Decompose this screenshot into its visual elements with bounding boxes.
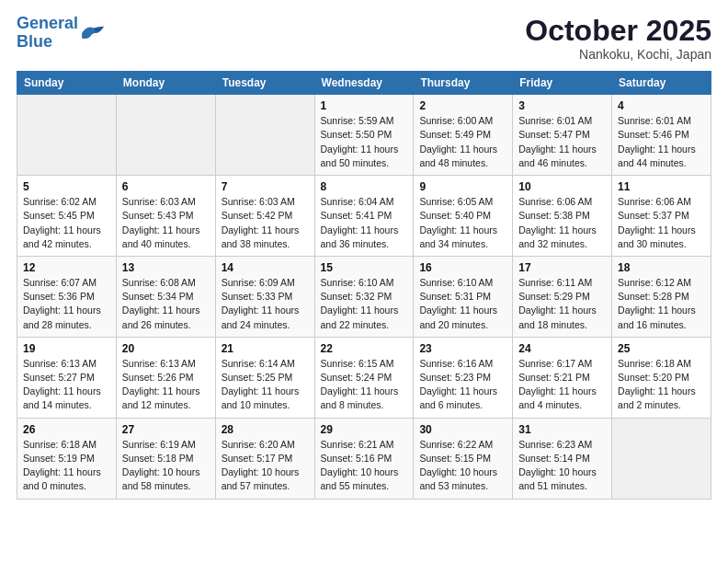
day-info: Sunrise: 6:18 AM Sunset: 5:20 PM Dayligh… — [618, 357, 705, 413]
logo-text: GeneralBlue — [17, 15, 78, 52]
day-cell: 3Sunrise: 6:01 AM Sunset: 5:47 PM Daylig… — [513, 95, 612, 176]
day-info: Sunrise: 6:10 AM Sunset: 5:31 PM Dayligh… — [419, 276, 506, 332]
day-info: Sunrise: 6:05 AM Sunset: 5:40 PM Dayligh… — [419, 195, 506, 251]
day-number: 21 — [222, 342, 309, 355]
day-cell — [612, 418, 711, 499]
day-number: 13 — [122, 261, 210, 274]
day-info: Sunrise: 6:03 AM Sunset: 5:42 PM Dayligh… — [222, 195, 309, 251]
day-cell: 22Sunrise: 6:15 AM Sunset: 5:24 PM Dayli… — [314, 337, 414, 418]
day-info: Sunrise: 6:12 AM Sunset: 5:28 PM Dayligh… — [618, 276, 705, 332]
day-number: 12 — [23, 261, 110, 274]
day-cell: 1Sunrise: 5:59 AM Sunset: 5:50 PM Daylig… — [314, 95, 414, 176]
day-number: 15 — [321, 261, 408, 274]
day-info: Sunrise: 6:14 AM Sunset: 5:25 PM Dayligh… — [222, 357, 309, 413]
day-cell: 16Sunrise: 6:10 AM Sunset: 5:31 PM Dayli… — [414, 256, 513, 337]
day-cell: 13Sunrise: 6:08 AM Sunset: 5:34 PM Dayli… — [116, 256, 215, 337]
logo-bird-icon — [80, 23, 106, 43]
weekday-header-monday: Monday — [116, 72, 215, 95]
day-info: Sunrise: 6:08 AM Sunset: 5:34 PM Dayligh… — [122, 276, 210, 332]
day-cell: 2Sunrise: 6:00 AM Sunset: 5:49 PM Daylig… — [414, 95, 513, 176]
day-number: 14 — [222, 261, 309, 274]
day-info: Sunrise: 6:13 AM Sunset: 5:27 PM Dayligh… — [23, 357, 110, 413]
day-number: 5 — [23, 180, 110, 193]
day-cell: 14Sunrise: 6:09 AM Sunset: 5:33 PM Dayli… — [215, 256, 314, 337]
day-cell: 31Sunrise: 6:23 AM Sunset: 5:14 PM Dayli… — [513, 418, 612, 499]
day-number: 22 — [321, 342, 408, 355]
day-cell: 28Sunrise: 6:20 AM Sunset: 5:17 PM Dayli… — [215, 418, 314, 499]
day-cell: 21Sunrise: 6:14 AM Sunset: 5:25 PM Dayli… — [215, 337, 314, 418]
day-info: Sunrise: 6:22 AM Sunset: 5:15 PM Dayligh… — [419, 438, 506, 494]
day-cell: 30Sunrise: 6:22 AM Sunset: 5:15 PM Dayli… — [414, 418, 513, 499]
day-cell — [17, 95, 117, 176]
weekday-header-row: SundayMondayTuesdayWednesdayThursdayFrid… — [17, 72, 711, 95]
week-row-1: 1Sunrise: 5:59 AM Sunset: 5:50 PM Daylig… — [17, 95, 711, 176]
day-number: 18 — [618, 261, 705, 274]
day-number: 30 — [419, 423, 506, 436]
day-number: 25 — [618, 342, 705, 355]
day-info: Sunrise: 6:01 AM Sunset: 5:46 PM Dayligh… — [618, 114, 705, 170]
day-number: 1 — [321, 99, 408, 112]
day-info: Sunrise: 6:15 AM Sunset: 5:24 PM Dayligh… — [321, 357, 408, 413]
day-cell — [215, 95, 314, 176]
day-number: 10 — [518, 180, 606, 193]
day-number: 16 — [419, 261, 506, 274]
day-cell: 27Sunrise: 6:19 AM Sunset: 5:18 PM Dayli… — [116, 418, 215, 499]
day-cell: 6Sunrise: 6:03 AM Sunset: 5:43 PM Daylig… — [116, 176, 215, 257]
day-number: 11 — [618, 180, 705, 193]
week-row-3: 12Sunrise: 6:07 AM Sunset: 5:36 PM Dayli… — [17, 256, 711, 337]
weekday-header-tuesday: Tuesday — [215, 72, 314, 95]
day-info: Sunrise: 6:18 AM Sunset: 5:19 PM Dayligh… — [23, 438, 110, 494]
day-number: 7 — [222, 180, 309, 193]
day-cell: 24Sunrise: 6:17 AM Sunset: 5:21 PM Dayli… — [513, 337, 612, 418]
day-info: Sunrise: 5:59 AM Sunset: 5:50 PM Dayligh… — [321, 114, 408, 170]
weekday-header-wednesday: Wednesday — [314, 72, 414, 95]
day-info: Sunrise: 6:13 AM Sunset: 5:26 PM Dayligh… — [122, 357, 210, 413]
day-cell: 10Sunrise: 6:06 AM Sunset: 5:38 PM Dayli… — [513, 176, 612, 257]
day-cell: 12Sunrise: 6:07 AM Sunset: 5:36 PM Dayli… — [17, 256, 117, 337]
day-number: 4 — [618, 99, 705, 112]
day-number: 8 — [321, 180, 408, 193]
day-cell: 23Sunrise: 6:16 AM Sunset: 5:23 PM Dayli… — [414, 337, 513, 418]
calendar-table: SundayMondayTuesdayWednesdayThursdayFrid… — [17, 71, 711, 499]
calendar-subtitle: Nankoku, Kochi, Japan — [525, 47, 711, 62]
day-info: Sunrise: 6:23 AM Sunset: 5:14 PM Dayligh… — [518, 438, 606, 494]
week-row-2: 5Sunrise: 6:02 AM Sunset: 5:45 PM Daylig… — [17, 176, 711, 257]
day-cell: 15Sunrise: 6:10 AM Sunset: 5:32 PM Dayli… — [314, 256, 414, 337]
day-info: Sunrise: 6:01 AM Sunset: 5:47 PM Dayligh… — [518, 114, 606, 170]
day-info: Sunrise: 6:04 AM Sunset: 5:41 PM Dayligh… — [321, 195, 408, 251]
header: GeneralBlue October 2025 Nankoku, Kochi,… — [17, 15, 711, 62]
day-cell: 8Sunrise: 6:04 AM Sunset: 5:41 PM Daylig… — [314, 176, 414, 257]
day-number: 28 — [222, 423, 309, 436]
day-number: 19 — [23, 342, 110, 355]
title-block: October 2025 Nankoku, Kochi, Japan — [525, 15, 711, 62]
day-number: 26 — [23, 423, 110, 436]
day-number: 9 — [419, 180, 506, 193]
week-row-4: 19Sunrise: 6:13 AM Sunset: 5:27 PM Dayli… — [17, 337, 711, 418]
day-cell: 25Sunrise: 6:18 AM Sunset: 5:20 PM Dayli… — [612, 337, 711, 418]
day-cell — [116, 95, 215, 176]
weekday-header-sunday: Sunday — [17, 72, 117, 95]
weekday-header-friday: Friday — [513, 72, 612, 95]
day-info: Sunrise: 6:21 AM Sunset: 5:16 PM Dayligh… — [321, 438, 408, 494]
day-cell: 7Sunrise: 6:03 AM Sunset: 5:42 PM Daylig… — [215, 176, 314, 257]
day-cell: 29Sunrise: 6:21 AM Sunset: 5:16 PM Dayli… — [314, 418, 414, 499]
day-cell: 9Sunrise: 6:05 AM Sunset: 5:40 PM Daylig… — [414, 176, 513, 257]
day-cell: 18Sunrise: 6:12 AM Sunset: 5:28 PM Dayli… — [612, 256, 711, 337]
day-info: Sunrise: 6:10 AM Sunset: 5:32 PM Dayligh… — [321, 276, 408, 332]
day-cell: 17Sunrise: 6:11 AM Sunset: 5:29 PM Dayli… — [513, 256, 612, 337]
weekday-header-saturday: Saturday — [612, 72, 711, 95]
day-number: 17 — [518, 261, 606, 274]
day-info: Sunrise: 6:11 AM Sunset: 5:29 PM Dayligh… — [518, 276, 606, 332]
day-info: Sunrise: 6:00 AM Sunset: 5:49 PM Dayligh… — [419, 114, 506, 170]
day-cell: 26Sunrise: 6:18 AM Sunset: 5:19 PM Dayli… — [17, 418, 117, 499]
day-info: Sunrise: 6:17 AM Sunset: 5:21 PM Dayligh… — [518, 357, 606, 413]
day-info: Sunrise: 6:16 AM Sunset: 5:23 PM Dayligh… — [419, 357, 506, 413]
weekday-header-thursday: Thursday — [414, 72, 513, 95]
day-number: 24 — [518, 342, 606, 355]
day-info: Sunrise: 6:06 AM Sunset: 5:38 PM Dayligh… — [518, 195, 606, 251]
day-info: Sunrise: 6:19 AM Sunset: 5:18 PM Dayligh… — [122, 438, 210, 494]
week-row-5: 26Sunrise: 6:18 AM Sunset: 5:19 PM Dayli… — [17, 418, 711, 499]
day-cell: 11Sunrise: 6:06 AM Sunset: 5:37 PM Dayli… — [612, 176, 711, 257]
logo: GeneralBlue — [17, 15, 106, 52]
day-number: 23 — [419, 342, 506, 355]
